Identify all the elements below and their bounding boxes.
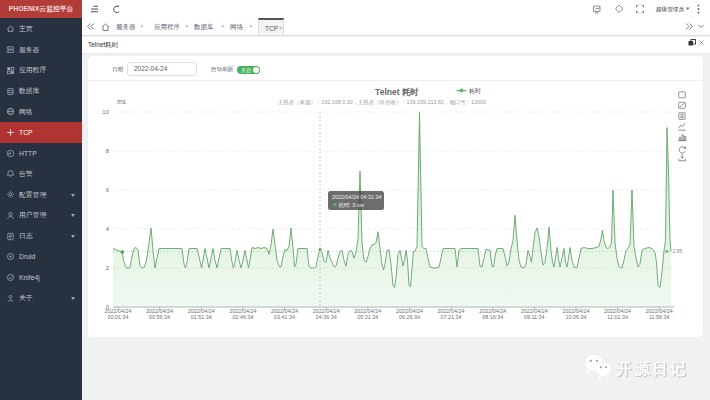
svg-text:超级管理员: 超级管理员	[656, 6, 684, 13]
